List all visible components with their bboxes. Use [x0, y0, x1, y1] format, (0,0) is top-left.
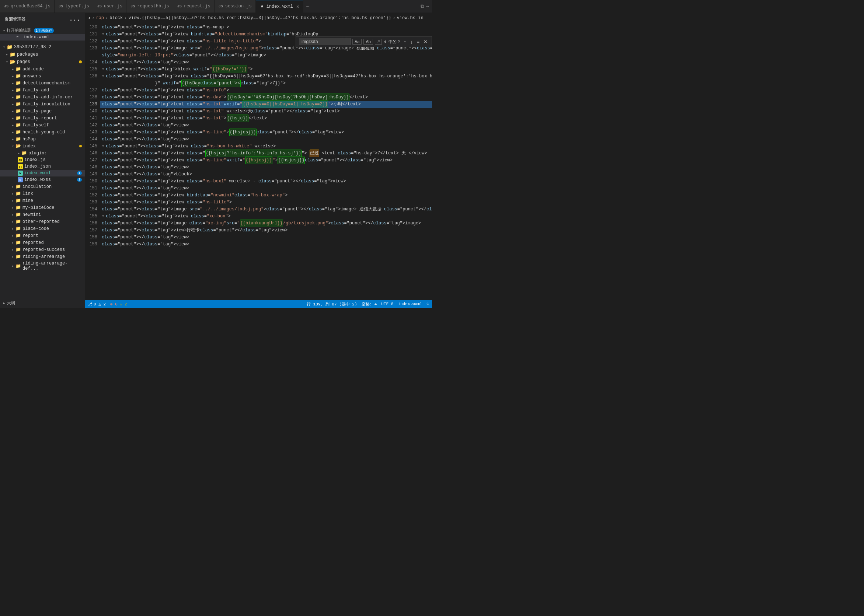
code-line[interactable]: class="punct"><class="tag">text class="h…: [100, 94, 432, 101]
code-line[interactable]: class="punct"></class="tag">view>: [100, 185, 432, 192]
code-line[interactable]: class="punct"><class="tag">view bind:tap…: [100, 192, 432, 199]
fold-button[interactable]: ▾: [102, 143, 104, 150]
code-editor[interactable]: class="punct"><class="tag">view class="h…: [100, 23, 432, 300]
tree-root[interactable]: ▾ 📁 395332172_98 2: [0, 44, 85, 51]
find-close-button[interactable]: ✕: [422, 39, 429, 45]
status-spaces[interactable]: 空格: 4: [362, 302, 377, 307]
tab-qrcodeBase64[interactable]: JS qrcodeBase64.js: [0, 0, 55, 13]
breadcrumb-part-rap[interactable]: rap: [96, 16, 104, 20]
status-smiley[interactable]: ☺: [426, 302, 429, 306]
code-line[interactable]: class="punct"><class="tag">view class="{…: [100, 150, 432, 157]
tree-item-answers[interactable]: ▸ 📁answers: [0, 72, 85, 80]
code-line[interactable]: }" wx:if="{{hsDayclass="punct"><class="t…: [100, 80, 432, 87]
tree-item-pages[interactable]: ▾ 📂 pages: [0, 58, 85, 66]
breadcrumb-part-block[interactable]: block: [110, 16, 123, 20]
sidebar-more-button[interactable]: ...: [69, 16, 80, 22]
tree-item-family-add-info-ocr[interactable]: ▸ 📁family-add-info-ocr: [0, 94, 85, 101]
code-line[interactable]: class="punct"><class="tag">text class="h…: [100, 115, 432, 122]
code-line[interactable]: class="punct"></class="tag">view>: [100, 241, 432, 248]
tree-item-index-js[interactable]: JSindex.js: [0, 157, 85, 163]
code-line[interactable]: class="punct"><class="tag">view class="h…: [100, 87, 432, 94]
code-line[interactable]: class="punct"><class="tag">view class="h…: [100, 157, 432, 164]
code-line[interactable]: class="punct"><class="tag">image class="…: [100, 220, 432, 227]
error-count[interactable]: ⊗ 0: [110, 302, 118, 306]
tree-item-newmini[interactable]: ▸ 📁newmini: [0, 211, 85, 218]
code-line[interactable]: class="punct"></class="tag">view>: [100, 59, 432, 66]
find-whole-word-button[interactable]: Ab: [364, 39, 373, 45]
tree-item-familyself[interactable]: ▸ 📁familyself: [0, 122, 85, 129]
tab-requestHb[interactable]: JS requestHb.js: [126, 0, 173, 13]
code-line[interactable]: class="punct"></class="tag">block>: [100, 171, 432, 178]
tab-session[interactable]: JS session.js: [214, 0, 256, 13]
find-match-case-button[interactable]: Aa: [353, 39, 362, 45]
tree-item-link[interactable]: ▸ 📁link: [0, 190, 85, 197]
code-line[interactable]: ▾ class="punct"><class="tag">block wx:if…: [100, 66, 432, 73]
open-editor-item-wxml[interactable]: W index.wxml: [0, 34, 85, 41]
open-editors-header[interactable]: ▾ 打开的编辑器 1个未保存: [0, 27, 85, 34]
tree-item-other-reported[interactable]: ▸ 📁other-reported: [0, 218, 85, 225]
tree-item-my-placeCode[interactable]: ▸ 📁my-placeCode: [0, 204, 85, 211]
tree-item-health-young-old[interactable]: ▸ 📁health-young-old: [0, 129, 85, 135]
tab-typeof[interactable]: JS typeof.js: [55, 0, 93, 13]
code-line[interactable]: class="punct"><class="tag">view class="h…: [100, 199, 432, 206]
status-line-col[interactable]: 行 139, 列 87 (选中 2): [307, 302, 357, 307]
tree-item-index[interactable]: ▾ 📂index: [0, 143, 85, 149]
tree-item-inoculation[interactable]: ▸ 📁inoculation: [0, 183, 85, 190]
tree-item-family-add[interactable]: ▸ 📁family-add: [0, 86, 85, 94]
tree-item-plugin-[interactable]: ▸ 📁plugin:: [0, 149, 85, 157]
fold-button[interactable]: ▾: [102, 213, 104, 220]
code-line[interactable]: style="margin-left: 10rpx;">class="punct…: [100, 52, 432, 59]
warning-count[interactable]: ⚠ 2: [120, 302, 127, 306]
status-language[interactable]: index.wxml: [398, 302, 422, 306]
code-line[interactable]: class="punct"><class="tag">text class="h…: [100, 108, 432, 115]
tab-request[interactable]: JS request.js: [173, 0, 214, 13]
find-regex-button[interactable]: .*: [375, 39, 382, 45]
tree-item-family-inoculation[interactable]: ▸ 📁family-inoculation: [0, 101, 85, 108]
code-line[interactable]: class="punct"><class="tag">view>行程卡class…: [100, 227, 432, 234]
code-line[interactable]: ▾ class="punct"><class="tag">view class=…: [100, 213, 432, 220]
find-next-button[interactable]: ↓: [409, 39, 414, 45]
find-input[interactable]: [299, 38, 351, 45]
tree-item-family-report[interactable]: ▸ 📁family-report: [0, 115, 85, 122]
breadcrumb-part-view[interactable]: view.{{hsDay==5||hsDay==6?'hs-box.hs-red…: [128, 16, 391, 20]
breadcrumb-arrow-back[interactable]: ◂: [88, 15, 90, 20]
tree-item-index-wxml[interactable]: Windex.wxml1: [0, 170, 85, 176]
status-encoding[interactable]: UTF-8: [381, 302, 393, 306]
tree-item-riding-arrearage[interactable]: ▸ 📁riding-arrearage: [0, 253, 85, 260]
code-line[interactable]: ▾ class="punct"><class="tag">view class=…: [100, 143, 432, 150]
tree-item-reported-success[interactable]: ▸ 📁reported-success: [0, 246, 85, 253]
code-line[interactable]: class="punct"></class="tag">view>: [100, 234, 432, 241]
fold-button[interactable]: ▾: [102, 66, 104, 73]
tab-user[interactable]: JS user.js: [93, 0, 126, 13]
tree-item-add-code[interactable]: ▸ 📁add-code: [0, 66, 85, 72]
tab-index-wxml[interactable]: W index.wxml ✕: [256, 0, 303, 13]
find-prev-button[interactable]: ↑: [403, 39, 407, 45]
split-editor-button[interactable]: ⧉: [420, 4, 424, 9]
tree-item-place-code[interactable]: ▸ 📁place-code: [0, 225, 85, 232]
fold-button[interactable]: ▾: [102, 73, 104, 80]
outline-header[interactable]: ▸ 大纲: [0, 300, 85, 306]
find-expand-button[interactable]: ≡: [415, 39, 420, 45]
tree-item-reported[interactable]: ▸ 📁reported: [0, 239, 85, 246]
code-line[interactable]: class="punct"><class="tag">view class="h…: [100, 178, 432, 185]
tree-item-mine[interactable]: ▸ 📁mine: [0, 197, 85, 204]
code-line[interactable]: class="punct"><class="tag">view class="h…: [100, 24, 432, 31]
tree-item-hsMap[interactable]: ▸ 📁hsMap: [0, 135, 85, 143]
tree-item-riding-arrearage-def---[interactable]: ▸ 📁riding-arrearage-def...: [0, 260, 85, 272]
code-line[interactable]: class="punct"></class="tag">view>: [100, 164, 432, 171]
tree-item-detectionmechanism[interactable]: ▸ 📁detectionmechanism: [0, 80, 85, 86]
fold-button[interactable]: ▾: [102, 31, 104, 38]
tree-item-index-json[interactable]: {}index.json: [0, 163, 85, 170]
tree-item-packages[interactable]: ▸ 📁 packages: [0, 51, 85, 58]
tab-overflow-button[interactable]: ⋯: [303, 3, 312, 9]
status-git[interactable]: ⎇ 0 △ 2: [88, 302, 106, 306]
tree-item-family-page[interactable]: ▸ 📁family-page: [0, 108, 85, 115]
code-line[interactable]: class="punct"></class="tag">view>: [100, 122, 432, 129]
code-line[interactable]: class="punct"><class="tag">image src="..…: [100, 206, 432, 213]
code-line[interactable]: class="punct"><class="tag">view class="h…: [100, 129, 432, 136]
more-actions-button[interactable]: ⋯: [426, 3, 429, 9]
code-line[interactable]: ▾ class="punct"><class="tag">view class=…: [100, 73, 432, 80]
tab-close-button[interactable]: ✕: [296, 3, 299, 9]
code-line[interactable]: class="punct"><class="tag">text class="h…: [100, 101, 432, 108]
code-line[interactable]: class="punct"></class="tag">view>: [100, 136, 432, 143]
